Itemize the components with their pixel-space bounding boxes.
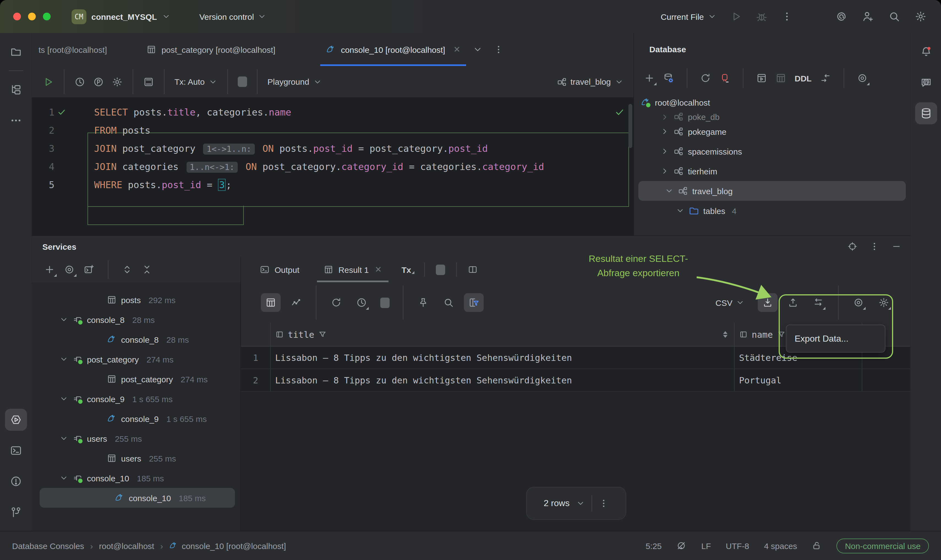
services-options-button[interactable] xyxy=(869,242,879,251)
datasource-properties-button[interactable] xyxy=(663,72,674,84)
db-tree-item-pokegame[interactable]: pokegame xyxy=(634,122,910,142)
database-tool-button[interactable] xyxy=(915,102,937,124)
service-item-console-10[interactable]: console_10185 ms xyxy=(40,488,235,508)
cell[interactable]: Lissabon – 8 Tipps zu den wichtigsten Se… xyxy=(271,346,735,369)
table-row[interactable]: 2Lissabon – 8 Tipps zu den wichtigsten S… xyxy=(241,369,910,392)
tab-console-10[interactable]: console_10 [root@localhost] ✕ xyxy=(317,33,469,66)
filter-funnel-icon[interactable] xyxy=(777,330,785,339)
split-view-button[interactable] xyxy=(468,265,477,274)
breadcrumb[interactable]: Database Consoles›root@localhost›console… xyxy=(12,541,286,550)
code-line-5[interactable]: 5WHERE posts.post_id = 3; xyxy=(32,175,633,194)
db-tree-item-root-localhost[interactable]: root@localhost xyxy=(634,92,910,112)
services-view-options-button[interactable] xyxy=(64,264,75,275)
tx-mode-selector[interactable]: Tx: Auto xyxy=(174,77,217,86)
grid-corner-cell[interactable] xyxy=(241,323,271,346)
code-with-me-button[interactable] xyxy=(862,11,874,23)
editor-scrollbar[interactable] xyxy=(628,104,632,148)
breadcrumb-item[interactable]: root@localhost xyxy=(99,541,154,550)
disconnect-button[interactable] xyxy=(719,72,730,84)
code-line-3[interactable]: 3JOIN post_category 1<->1..n: ON posts.p… xyxy=(32,139,633,157)
parameters-button[interactable] xyxy=(93,76,104,87)
grid-view-button[interactable] xyxy=(261,293,281,312)
row-count-widget[interactable]: 2 rows xyxy=(526,487,626,520)
db-tree-item-spacemissions[interactable]: spacemissions xyxy=(634,142,910,161)
export-data-button[interactable] xyxy=(758,293,778,312)
minimize-window-button[interactable] xyxy=(28,13,36,20)
result-view-options-button[interactable] xyxy=(849,293,869,312)
service-item-console-10[interactable]: console_10185 ms xyxy=(32,468,240,488)
refresh-button[interactable] xyxy=(700,72,711,84)
run-configuration-widget[interactable]: Current File xyxy=(661,12,716,21)
problems-tool-button[interactable] xyxy=(5,470,27,492)
license-badge[interactable]: Non-commercial use xyxy=(837,538,929,553)
git-tool-button[interactable] xyxy=(5,501,27,523)
ai-assistant-icon[interactable] xyxy=(835,11,847,23)
tab-output[interactable]: Output xyxy=(253,257,306,282)
query-history-button[interactable] xyxy=(352,293,371,312)
schema-selector[interactable]: travel_blog xyxy=(557,77,624,87)
search-everywhere-button[interactable] xyxy=(888,11,900,23)
encoding-widget[interactable]: UTF-8 xyxy=(726,541,749,550)
db-tree-item-travel-blog[interactable]: travel_blog xyxy=(638,181,906,201)
code-line-4[interactable]: 4JOIN categories 1..n<->1: ON post_categ… xyxy=(32,157,633,175)
close-window-button[interactable] xyxy=(13,13,21,20)
db-tree-item-tierheim[interactable]: tierheim xyxy=(634,161,910,181)
result-settings-button[interactable] xyxy=(874,293,894,312)
writable-status-icon[interactable] xyxy=(812,541,822,551)
cell[interactable]: Lissabon – 8 Tipps zu den wichtigsten Se… xyxy=(271,369,735,391)
more-actions-button[interactable] xyxy=(781,11,792,22)
jump-to-console-button[interactable] xyxy=(756,72,767,84)
sql-editor[interactable]: 1SELECT posts.title, categories.name2FRO… xyxy=(32,97,633,235)
migrate-data-button[interactable] xyxy=(809,293,828,312)
scroll-to-item-button[interactable] xyxy=(847,242,857,251)
project-widget[interactable]: CM connect_MYSQL xyxy=(72,9,171,24)
service-item-console-8[interactable]: console_828 ms xyxy=(32,310,240,329)
column-header-title[interactable]: title xyxy=(271,323,735,346)
window-controls[interactable] xyxy=(0,13,63,20)
breadcrumb-item[interactable]: console_10 [root@localhost] xyxy=(169,541,286,550)
grid-options-button[interactable] xyxy=(599,498,608,508)
indent-widget[interactable]: 4 spaces xyxy=(764,541,797,550)
settings-button[interactable] xyxy=(915,11,927,23)
ai-assistant-tool-button[interactable] xyxy=(915,72,937,94)
service-item-console-9[interactable]: console_91 s 655 ms xyxy=(32,409,240,429)
filter-funnel-icon[interactable] xyxy=(318,330,327,339)
line-separator-widget[interactable]: LF xyxy=(701,541,711,550)
history-button[interactable] xyxy=(74,76,85,87)
service-item-users[interactable]: users255 ms xyxy=(32,429,240,448)
filter-panel-button[interactable] xyxy=(464,293,484,312)
code-line-1[interactable]: 1SELECT posts.title, categories.name xyxy=(32,103,633,121)
close-tab-icon[interactable]: ✕ xyxy=(375,265,382,274)
add-service-button[interactable] xyxy=(44,264,55,275)
reload-page-button[interactable] xyxy=(327,293,346,312)
db-tree-item-tables[interactable]: tables4 xyxy=(634,201,910,221)
caret-position-widget[interactable]: 5:25 xyxy=(645,541,661,550)
debug-button[interactable] xyxy=(756,11,767,22)
cell[interactable]: Portugal xyxy=(735,369,862,391)
close-tab-icon[interactable]: ✕ xyxy=(453,45,460,54)
project-tool-button[interactable] xyxy=(5,41,27,63)
service-item-console-9[interactable]: console_91 s 655 ms xyxy=(32,389,240,409)
import-data-button[interactable] xyxy=(783,293,803,312)
structure-tool-button[interactable] xyxy=(5,78,27,101)
tab-posts[interactable]: ts [root@localhost] xyxy=(32,33,116,66)
highlighting-level-icon[interactable] xyxy=(676,541,687,551)
tab-result-1[interactable]: Result 1 ✕ xyxy=(317,257,388,282)
code-line-2[interactable]: 2FROM posts xyxy=(32,121,633,139)
expand-all-button[interactable] xyxy=(122,264,132,275)
breadcrumb-item[interactable]: Database Consoles xyxy=(12,541,84,550)
new-datasource-button[interactable] xyxy=(644,72,655,84)
terminal-tool-button[interactable] xyxy=(5,440,27,462)
new-console-button[interactable] xyxy=(84,264,95,275)
hide-panel-button[interactable] xyxy=(892,242,901,251)
tab-options-button[interactable] xyxy=(493,45,503,54)
service-item-users[interactable]: users255 ms xyxy=(32,448,240,468)
zoom-window-button[interactable] xyxy=(43,13,51,20)
sort-icon[interactable] xyxy=(723,331,730,338)
notifications-button[interactable] xyxy=(915,41,937,63)
execute-button[interactable] xyxy=(43,76,54,87)
service-item-console-8[interactable]: console_828 ms xyxy=(32,329,240,349)
in-editor-results-button[interactable] xyxy=(143,76,154,87)
service-item-posts[interactable]: posts292 ms xyxy=(32,290,240,310)
console-settings-button[interactable] xyxy=(112,76,123,87)
